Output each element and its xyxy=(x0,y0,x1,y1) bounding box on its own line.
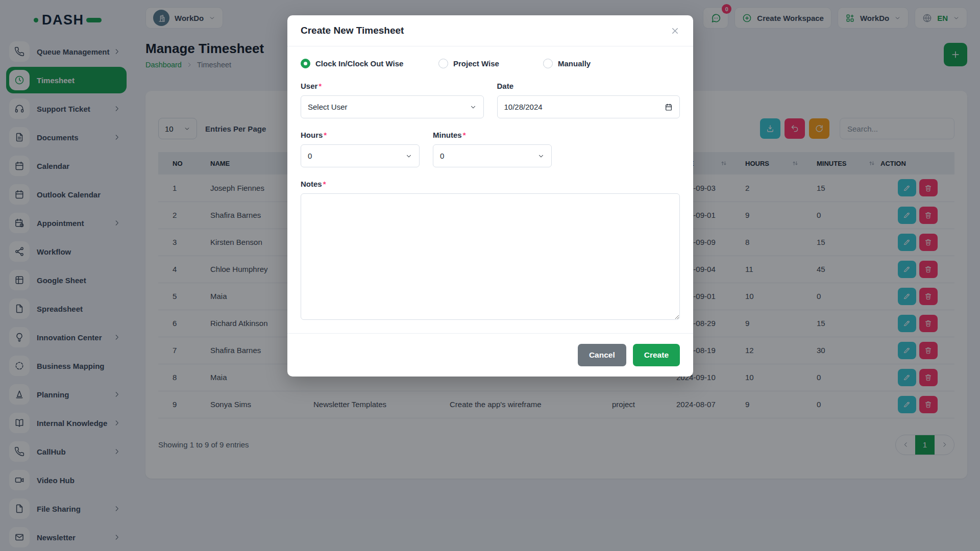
create-button[interactable]: Create xyxy=(633,344,680,366)
minutes-label: Minutes* xyxy=(433,131,552,139)
modal-body: Clock In/Clock Out Wise Project Wise Man… xyxy=(287,46,693,333)
minutes-select-value: 0 xyxy=(440,152,444,160)
hours-field-group: Hours* 0 xyxy=(301,131,420,167)
date-field-group: Date 10/28/2024 xyxy=(497,82,680,118)
create-timesheet-modal: Create New Timesheet Clock In/Clock Out … xyxy=(287,15,693,377)
radio-unchecked-icon xyxy=(543,59,553,68)
modal-header: Create New Timesheet xyxy=(287,15,693,46)
user-field-group: User* Select User xyxy=(301,82,484,118)
close-icon xyxy=(670,26,680,36)
radio-manually-label: Manually xyxy=(558,59,591,68)
date-input[interactable]: 10/28/2024 xyxy=(497,95,680,118)
radio-project-label: Project Wise xyxy=(453,59,499,68)
chevron-down-icon xyxy=(537,153,545,160)
date-label: Date xyxy=(497,82,680,90)
required-mark: * xyxy=(463,131,466,139)
minutes-field-group: Minutes* 0 xyxy=(433,131,552,167)
hours-select-value: 0 xyxy=(308,152,312,160)
required-mark: * xyxy=(323,180,326,188)
chevron-down-icon xyxy=(405,153,412,160)
notes-label: Notes* xyxy=(301,180,680,188)
user-select[interactable]: Select User xyxy=(301,95,484,118)
minutes-select[interactable]: 0 xyxy=(433,144,552,167)
date-input-value: 10/28/2024 xyxy=(504,103,543,111)
required-mark: * xyxy=(324,131,327,139)
close-button[interactable] xyxy=(670,26,680,36)
radio-unchecked-icon xyxy=(438,59,448,68)
required-mark: * xyxy=(318,82,322,90)
hours-select[interactable]: 0 xyxy=(301,144,420,167)
cancel-button[interactable]: Cancel xyxy=(578,344,626,366)
user-label: User* xyxy=(301,82,484,90)
notes-field-group: Notes* xyxy=(301,180,680,320)
user-date-row: User* Select User Date 10/28/2024 xyxy=(301,82,680,118)
modal-title: Create New Timesheet xyxy=(301,25,404,36)
user-select-value: Select User xyxy=(308,103,348,111)
radio-checked-icon xyxy=(301,59,310,68)
timesheet-type-radios: Clock In/Clock Out Wise Project Wise Man… xyxy=(301,59,680,68)
radio-manually[interactable]: Manually xyxy=(543,59,591,68)
radio-clock-label: Clock In/Clock Out Wise xyxy=(315,59,403,68)
hours-minutes-row: Hours* 0 Minutes* 0 xyxy=(301,131,680,167)
notes-textarea[interactable] xyxy=(301,193,680,320)
modal-footer: Cancel Create xyxy=(287,333,693,377)
radio-clock-in-out-wise[interactable]: Clock In/Clock Out Wise xyxy=(301,59,438,68)
calendar-icon xyxy=(665,103,673,111)
chevron-down-icon xyxy=(470,104,477,111)
hours-label: Hours* xyxy=(301,131,420,139)
radio-project-wise[interactable]: Project Wise xyxy=(438,59,543,68)
